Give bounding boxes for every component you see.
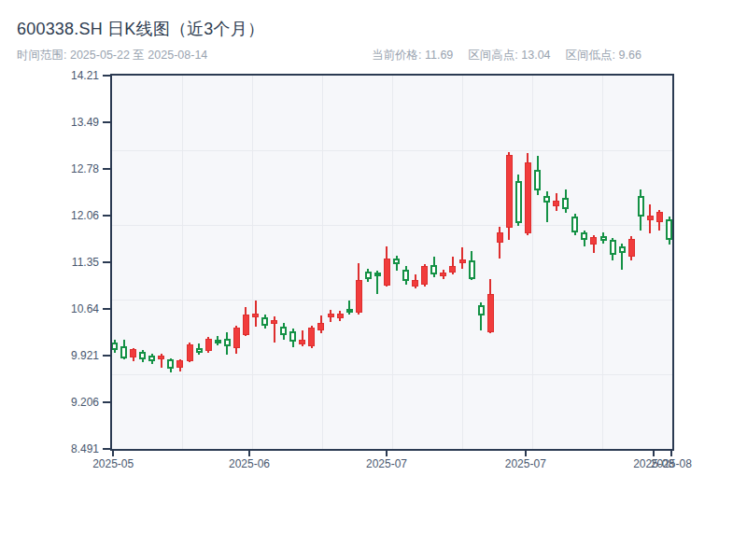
candle-body-up	[656, 212, 663, 221]
time-range-value: 2025-05-22 至 2025-08-14	[70, 49, 207, 62]
x-tick-mark	[386, 451, 388, 456]
x-tick-label: 2025-08	[641, 457, 701, 470]
range-low-value: 9.66	[619, 49, 641, 62]
candle-body-down	[638, 196, 644, 217]
y-tick-mark	[103, 401, 110, 403]
candle-body-up	[337, 314, 344, 319]
price-stats: 当前价格: 11.69区间高点: 13.04区间低点: 9.66	[372, 48, 656, 63]
candle-body-up	[271, 320, 277, 324]
x-tick-mark	[112, 451, 114, 456]
candle-body-up	[421, 266, 428, 285]
v-gridline	[602, 76, 603, 449]
y-tick-mark	[103, 168, 110, 170]
current-price-stat: 当前价格: 11.69	[372, 49, 453, 62]
candle-body-down	[469, 260, 475, 279]
candle-body-down	[346, 309, 353, 313]
y-tick-mark	[103, 261, 110, 263]
candle-body-up	[553, 201, 559, 206]
candle-body-up	[384, 259, 390, 286]
candle-body-down	[139, 352, 146, 359]
candle-body-up	[205, 339, 212, 351]
y-tick-label: 14.21	[43, 69, 99, 82]
candle-body-down	[402, 270, 409, 281]
candle-body-down	[562, 198, 569, 208]
x-tick-mark	[248, 451, 250, 456]
y-tick-mark	[103, 355, 110, 357]
x-tick-mark	[670, 451, 672, 456]
candle-body-up	[328, 314, 334, 317]
v-gridline	[182, 76, 183, 449]
candle-body-down	[111, 343, 118, 350]
candle-body-down	[478, 305, 485, 315]
range-high-stat: 区间高点: 13.04	[468, 49, 550, 62]
candle-body-down	[534, 170, 541, 190]
y-tick-label: 13.49	[43, 116, 99, 129]
candle-body-up	[130, 349, 136, 357]
x-tick-label: 2025-07	[357, 457, 416, 470]
candle-wick-up	[461, 247, 463, 269]
candle-body-down	[167, 359, 174, 369]
candle-body-down	[571, 217, 578, 232]
candle-body-up	[233, 328, 240, 348]
candle-body-down	[374, 273, 381, 276]
candle-body-up	[317, 323, 324, 330]
candle-body-up	[308, 328, 315, 346]
candle-body-down	[610, 240, 616, 254]
y-tick-mark	[103, 121, 110, 123]
v-gridline	[532, 76, 533, 449]
candle-body-up	[459, 259, 466, 263]
y-tick-label: 12.06	[43, 209, 99, 222]
candle-body-down	[581, 232, 587, 240]
candle-body-up	[252, 314, 259, 317]
time-range: 时间范围: 2025-05-22 至 2025-08-14	[17, 48, 207, 63]
kline-chart-page: 600338.SH 日K线图（近3个月） 时间范围: 2025-05-22 至 …	[0, 0, 747, 560]
x-tick-label: 2025-07	[496, 457, 556, 470]
range-low-stat: 区间低点: 9.66	[566, 49, 641, 62]
candle-body-up	[590, 237, 597, 245]
page-title: 600338.SH 日K线图（近3个月）	[17, 18, 264, 40]
candle-body-up	[299, 340, 305, 344]
time-range-label: 时间范围:	[17, 49, 70, 62]
x-tick-label: 2025-05	[83, 457, 143, 470]
candle-body-up	[487, 294, 494, 332]
range-high-label: 区间高点:	[468, 49, 521, 62]
x-tick-label: 2025-06	[219, 457, 279, 470]
y-tick-label: 11.35	[43, 256, 99, 269]
candle-body-up	[187, 344, 193, 360]
candle-body-up	[647, 216, 654, 219]
candlestick-plot-area	[110, 74, 674, 451]
candle-body-up	[449, 266, 456, 273]
y-tick-label: 9.921	[43, 349, 99, 362]
candle-body-up	[497, 232, 503, 243]
candle-body-up	[356, 280, 362, 313]
y-tick-label: 8.491	[43, 442, 99, 455]
candle-body-down	[148, 356, 155, 361]
range-low-label: 区间低点:	[566, 49, 619, 62]
v-gridline	[322, 76, 323, 449]
x-tick-mark	[525, 451, 527, 456]
y-tick-mark	[103, 308, 110, 310]
y-tick-mark	[103, 215, 110, 217]
candle-body-up	[506, 155, 513, 228]
candle-body-down	[120, 346, 127, 358]
candle-body-down	[393, 259, 400, 264]
candle-body-up	[440, 273, 446, 277]
y-tick-label: 10.64	[43, 302, 99, 315]
candle-body-down	[619, 246, 626, 253]
y-tick-mark	[103, 448, 110, 450]
range-high-value: 13.04	[521, 49, 550, 62]
y-tick-label: 9.206	[43, 396, 99, 409]
candle-body-down	[215, 340, 221, 343]
current-price-value: 11.69	[425, 49, 453, 62]
candle-body-down	[543, 196, 550, 203]
candle-body-down	[196, 348, 203, 352]
candle-body-up	[525, 162, 531, 233]
y-tick-mark	[103, 75, 110, 77]
x-tick-mark	[653, 451, 655, 456]
candle-body-up	[628, 239, 635, 257]
candle-body-down	[224, 339, 231, 346]
current-price-label: 当前价格:	[372, 49, 425, 62]
candle-body-down	[280, 327, 287, 334]
v-gridline	[252, 76, 253, 449]
candle-body-up	[412, 280, 418, 287]
